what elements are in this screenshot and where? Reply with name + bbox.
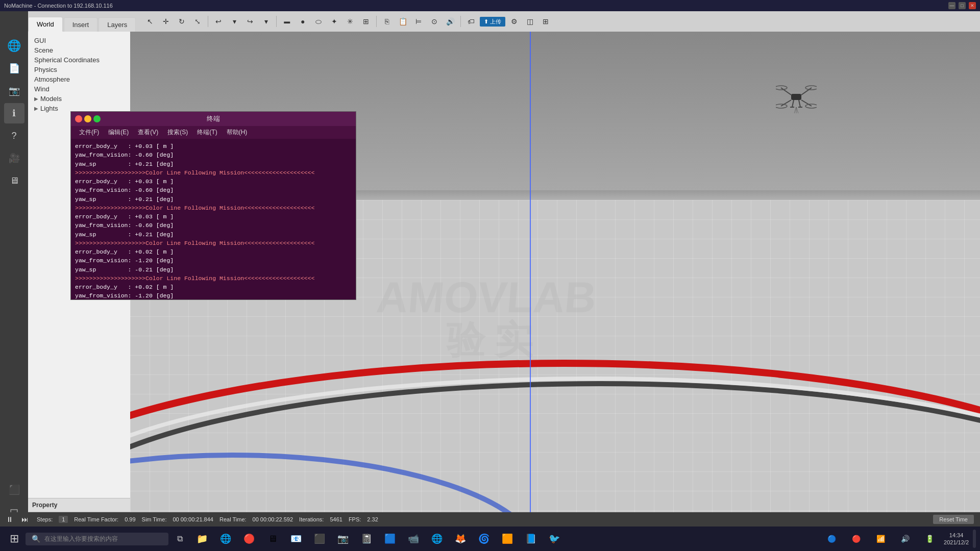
taskbar-search[interactable]: 🔍 在这里输入你要搜索的内容 bbox=[26, 533, 168, 545]
snap-button[interactable]: ⊙ bbox=[427, 14, 442, 29]
undo-arrow[interactable]: ▾ bbox=[227, 14, 241, 29]
app-container: NoMachine - Connection to 192.168.10.116… bbox=[0, 0, 980, 551]
tree-item-wind[interactable]: Wind bbox=[32, 84, 126, 94]
taskbar-app-10[interactable]: 📹 bbox=[402, 528, 425, 550]
taskbar-app-5[interactable]: 📧 bbox=[285, 528, 307, 550]
terminal-maximize-button[interactable] bbox=[93, 115, 101, 122]
grid-button[interactable]: ⊞ bbox=[538, 14, 553, 29]
tray-icon-2[interactable]: 🔴 bbox=[846, 529, 866, 549]
sphere-tool-button[interactable]: ● bbox=[296, 14, 310, 29]
taskbar-app-6[interactable]: ⬛ bbox=[308, 528, 331, 550]
sidebar-icon-camera[interactable]: 📷 bbox=[4, 81, 24, 101]
terminal-content[interactable]: error_body_y : +0.03 [ m ] yaw_from_visi… bbox=[71, 139, 356, 299]
terminal-close-button[interactable] bbox=[75, 115, 82, 122]
rtf-value: 0.99 bbox=[125, 516, 135, 522]
taskbar-app-edge[interactable]: 🌐 bbox=[214, 528, 237, 550]
translate-tool-button[interactable]: ✛ bbox=[159, 14, 173, 29]
next-button[interactable]: ⏭ bbox=[21, 515, 29, 523]
undo-button[interactable]: ↩ bbox=[211, 14, 226, 29]
fps-label: FPS: bbox=[349, 516, 361, 522]
taskbar-app-8[interactable]: 📓 bbox=[355, 528, 378, 550]
paste-button[interactable]: 📋 bbox=[396, 14, 410, 29]
simtime-label: Sim Time: bbox=[142, 516, 167, 522]
tree-item-spherical[interactable]: Spherical Coordinates bbox=[32, 55, 126, 65]
copy-button[interactable]: ⎘ bbox=[380, 14, 394, 29]
tree-item-models[interactable]: ▶ Models bbox=[32, 94, 126, 104]
terminal-menu-help[interactable]: 帮助(H) bbox=[223, 127, 252, 138]
settings-button[interactable]: ⚙ bbox=[507, 14, 521, 29]
redo-button[interactable]: ↪ bbox=[243, 14, 257, 29]
svg-rect-6 bbox=[791, 94, 801, 100]
taskbar-app-12[interactable]: 🦊 bbox=[449, 528, 472, 550]
sidebar-icon-bottom1[interactable]: ⬛ bbox=[4, 480, 24, 500]
sidebar-icon-help[interactable]: ? bbox=[4, 126, 24, 146]
taskbar: ⊞ 🔍 在这里输入你要搜索的内容 ⧉ 📁 🌐 🔴 🖥 📧 ⬛ 📷 📓 🟦 📹 🌐… bbox=[0, 527, 980, 551]
search-icon: 🔍 bbox=[32, 535, 40, 543]
pause-button[interactable]: ⏸ bbox=[6, 515, 13, 523]
align-button[interactable]: ⊨ bbox=[411, 14, 426, 29]
tab-layers[interactable]: Layers bbox=[99, 17, 136, 32]
select-tool-button[interactable]: ↖ bbox=[143, 14, 157, 29]
cylinder-tool-button[interactable]: ⬭ bbox=[311, 14, 326, 29]
tray-icon-1[interactable]: 🔵 bbox=[821, 529, 842, 549]
extra-btn[interactable]: 🏷 bbox=[464, 14, 478, 29]
spot-light-button[interactable]: ✳ bbox=[343, 14, 357, 29]
start-button[interactable]: ⊞ bbox=[4, 529, 24, 549]
taskbar-app-11[interactable]: 🌐 bbox=[426, 528, 448, 550]
taskbar-apps: 📁 🌐 🔴 🖥 📧 ⬛ 📷 📓 🟦 📹 🌐 🦊 🌀 🟧 📘 🐦 bbox=[191, 528, 566, 550]
task-view-button[interactable]: ⧉ bbox=[169, 529, 190, 549]
blue-vertical-line bbox=[530, 32, 531, 512]
sidebar-icon-info[interactable]: ℹ bbox=[4, 103, 24, 123]
terminal-menu-file[interactable]: 文件(F) bbox=[75, 127, 103, 138]
tree-item-atmosphere[interactable]: Atmosphere bbox=[32, 74, 126, 84]
rotate-tool-button[interactable]: ↻ bbox=[175, 14, 189, 29]
terminal-menu-view[interactable]: 查看(V) bbox=[134, 127, 162, 138]
measure-button[interactable]: 🔊 bbox=[443, 14, 457, 29]
view-button[interactable]: ◫ bbox=[523, 14, 537, 29]
sidebar-icon-terminal[interactable]: 🖥 bbox=[4, 170, 24, 191]
sidebar-icon-screenshot[interactable]: 🎥 bbox=[4, 148, 24, 168]
tray-sound[interactable]: 🔊 bbox=[895, 529, 915, 549]
tab-world[interactable]: World bbox=[28, 17, 63, 32]
taskbar-app-4[interactable]: 🖥 bbox=[261, 528, 284, 550]
taskbar-app-13[interactable]: 🌀 bbox=[473, 528, 495, 550]
scale-tool-button[interactable]: ⤡ bbox=[190, 14, 205, 29]
taskbar-app-7[interactable]: 📷 bbox=[332, 528, 354, 550]
tree-item-gui[interactable]: GUI bbox=[32, 36, 126, 45]
terminal-menu-terminal[interactable]: 终端(T) bbox=[193, 127, 221, 138]
maximize-button[interactable]: □ bbox=[959, 2, 966, 9]
taskbar-app-14[interactable]: 🟧 bbox=[496, 528, 519, 550]
terminal-menubar: 文件(F) 编辑(E) 查看(V) 搜索(S) 终端(T) 帮助(H) bbox=[71, 126, 356, 139]
point-light-button[interactable]: ✦ bbox=[327, 14, 341, 29]
property-label: Property bbox=[28, 498, 130, 512]
term-line-3: yaw_sp : +0.21 [deg] bbox=[75, 160, 352, 168]
taskbar-app-1[interactable]: 📁 bbox=[191, 528, 213, 550]
sidebar-icon-gazebo[interactable]: 🌐 bbox=[4, 36, 24, 56]
tree-item-scene[interactable]: Scene bbox=[32, 45, 126, 55]
taskbar-app-3[interactable]: 🔴 bbox=[238, 528, 260, 550]
dir-light-button[interactable]: ⊞ bbox=[359, 14, 373, 29]
clock[interactable]: 14:34 2021/12/2 bbox=[944, 532, 969, 546]
redo-arrow[interactable]: ▾ bbox=[259, 14, 273, 29]
minimize-button[interactable]: — bbox=[948, 2, 955, 9]
taskbar-app-15[interactable]: 📘 bbox=[520, 528, 542, 550]
terminal-menu-search[interactable]: 搜索(S) bbox=[163, 127, 192, 138]
terminal-minimize-button[interactable] bbox=[84, 115, 91, 122]
tray-battery[interactable]: 🔋 bbox=[919, 529, 940, 549]
box-tool-button[interactable]: ▬ bbox=[280, 14, 294, 29]
tree-item-physics[interactable]: Physics bbox=[32, 65, 126, 74]
steps-value[interactable]: 1 bbox=[59, 516, 68, 523]
close-button[interactable]: ✕ bbox=[969, 2, 976, 9]
terminal-titlebar: 终端 bbox=[71, 112, 356, 126]
term-line-2: yaw_from_vision: -0.60 [deg] bbox=[75, 151, 352, 159]
tab-insert[interactable]: Insert bbox=[64, 17, 98, 32]
taskbar-app-9[interactable]: 🟦 bbox=[379, 528, 401, 550]
toolbar: ↖ ✛ ↻ ⤡ ↩ ▾ ↪ ▾ ▬ ● ⬭ ✦ ✳ ⊞ ⎘ 📋 ⊨ ⊙ 🔊 🏷 bbox=[139, 11, 557, 32]
show-desktop-button[interactable] bbox=[973, 530, 976, 548]
reset-time-button[interactable]: Reset Time bbox=[933, 515, 974, 524]
sidebar-icon-layers[interactable]: 📄 bbox=[4, 58, 24, 79]
tray-wifi[interactable]: 📶 bbox=[870, 529, 891, 549]
cloud-button[interactable]: ⬆ 上传 bbox=[480, 17, 505, 27]
terminal-menu-edit[interactable]: 编辑(E) bbox=[104, 127, 133, 138]
taskbar-app-16[interactable]: 🐦 bbox=[543, 528, 566, 550]
